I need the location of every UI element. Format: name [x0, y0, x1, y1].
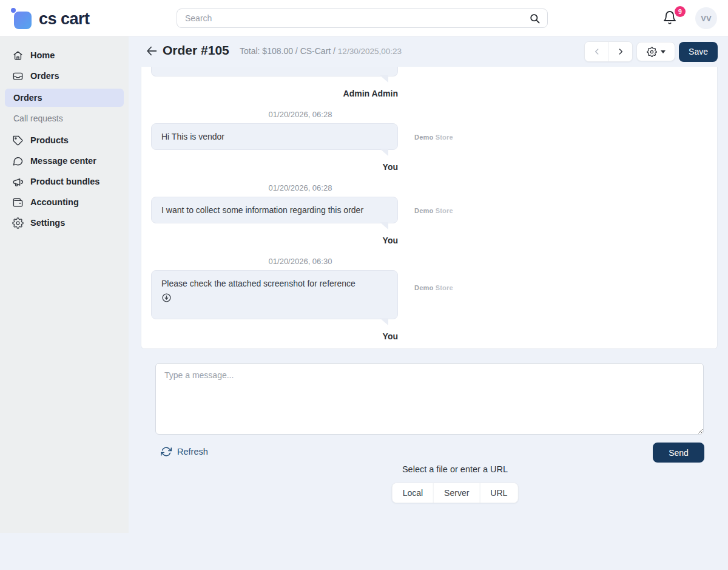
message-bubble: Hi This is vendor — [151, 123, 398, 150]
chevron-left-icon — [592, 47, 602, 56]
home-icon — [12, 50, 24, 61]
global-search — [177, 8, 548, 28]
local-file-button[interactable]: Local — [393, 483, 433, 503]
sidebar-item-label: Product bundles — [30, 177, 99, 186]
sidebar-item-products[interactable]: Products — [0, 130, 129, 151]
sidebar-item-orders[interactable]: Orders — [0, 66, 129, 86]
next-order-button[interactable] — [608, 42, 632, 61]
message-sender: You — [151, 331, 398, 341]
gear-icon — [12, 217, 24, 229]
sidebar-item-label: Orders — [13, 93, 42, 103]
notification-count-badge: 9 — [675, 6, 686, 17]
demo-store-watermark: Demo Store — [414, 284, 453, 291]
bubble-tail — [380, 75, 388, 83]
message-text: I want to collect some information regar… — [161, 205, 363, 215]
message-text: Hi This is vendor — [161, 132, 224, 141]
sidebar-subitem-orders-selected[interactable]: Orders — [5, 89, 124, 107]
sidebar-item-label: Orders — [30, 71, 59, 81]
previous-order-button[interactable] — [585, 42, 608, 61]
message-text: Please check the attached screenshot for… — [161, 279, 356, 288]
search-icon[interactable] — [529, 13, 541, 24]
sidebar: Home Orders Orders Call requests Product… — [0, 36, 129, 533]
cs-cart-logo[interactable]: cs cart — [11, 7, 90, 29]
attachment-download-button[interactable] — [161, 293, 172, 303]
page-header: Order #105 Total: $108.00 / CS-Cart / 12… — [129, 36, 728, 66]
send-button[interactable]: Send — [653, 443, 704, 463]
sidebar-item-label: Call requests — [13, 114, 63, 123]
message-sender: You — [151, 236, 398, 245]
logo-dot-icon — [11, 8, 16, 13]
gear-icon — [647, 47, 657, 57]
chat-bubble-icon — [12, 155, 24, 167]
header-buttons: Save — [584, 41, 718, 62]
message-bubble: I want to collect some information regar… — [151, 197, 398, 223]
chat-panel: Admin Admin 01/20/2026, 06:28 Hi This is… — [141, 67, 718, 349]
sidebar-item-label: Message center — [30, 156, 96, 166]
sidebar-item-product-bundles[interactable]: Product bundles — [0, 171, 129, 192]
refresh-icon — [161, 446, 172, 457]
chevron-right-icon — [616, 47, 625, 56]
save-button[interactable]: Save — [679, 42, 718, 62]
sidebar-item-label: Settings — [30, 218, 65, 228]
message-bubble-partial — [151, 67, 398, 76]
refresh-button[interactable]: Refresh — [161, 446, 208, 457]
sidebar-item-home[interactable]: Home — [0, 45, 129, 66]
tag-icon — [12, 135, 24, 146]
sidebar-item-settings[interactable]: Settings — [0, 212, 129, 233]
sidebar-item-label: Home — [30, 50, 55, 60]
logo-square-icon — [14, 12, 32, 29]
message-timestamp: 01/20/2026, 06:28 — [151, 110, 450, 119]
download-icon — [161, 293, 172, 303]
sidebar-item-accounting[interactable]: Accounting — [0, 192, 129, 212]
message-timestamp: 01/20/2026, 06:28 — [151, 183, 450, 192]
bubble-tail — [380, 318, 388, 325]
message-timestamp: 01/20/2026, 06:30 — [151, 257, 450, 266]
refresh-label: Refresh — [177, 447, 208, 456]
back-arrow-icon[interactable] — [145, 44, 158, 58]
search-input[interactable] — [177, 8, 548, 28]
message-input[interactable] — [155, 363, 704, 435]
order-date: 12/30/2025,00:23 — [338, 47, 402, 56]
notifications-button[interactable]: 9 — [662, 10, 681, 27]
avatar[interactable]: VV — [695, 7, 717, 29]
megaphone-icon — [12, 176, 24, 188]
bubble-tail — [380, 222, 388, 229]
sidebar-item-label: Products — [30, 135, 69, 145]
tools-dropdown-button[interactable] — [636, 42, 675, 61]
sidebar-item-message-center[interactable]: Message center — [0, 151, 129, 171]
bubble-tail — [380, 149, 388, 156]
logo-text: cs cart — [39, 10, 90, 29]
sidebar-item-label: Accounting — [30, 197, 79, 207]
file-source-button-group: Local Server URL — [392, 483, 519, 503]
url-file-button[interactable]: URL — [479, 483, 517, 503]
caret-down-icon — [661, 50, 666, 53]
page-title: Order #105 — [163, 43, 229, 58]
order-summary: Total: $108.00 / CS-Cart / — [240, 46, 335, 56]
message-list: Admin Admin 01/20/2026, 06:28 Hi This is… — [151, 67, 576, 341]
topbar: cs cart 9 VV — [0, 0, 728, 36]
inbox-icon — [12, 70, 24, 82]
message-bubble: Please check the attached screenshot for… — [151, 270, 398, 319]
file-uploader-label: Select a file or enter a URL — [402, 464, 508, 474]
message-sender: Admin Admin — [151, 89, 398, 98]
demo-store-watermark: Demo Store — [414, 134, 453, 141]
server-file-button[interactable]: Server — [433, 483, 479, 503]
wallet-icon — [12, 197, 24, 208]
message-sender: You — [151, 162, 398, 172]
sidebar-subitem-call-requests[interactable]: Call requests — [5, 109, 124, 127]
demo-store-watermark: Demo Store — [414, 207, 453, 214]
order-pager — [584, 41, 633, 62]
page-subtitle: Total: $108.00 / CS-Cart / 12/30/2025,00… — [240, 46, 402, 56]
